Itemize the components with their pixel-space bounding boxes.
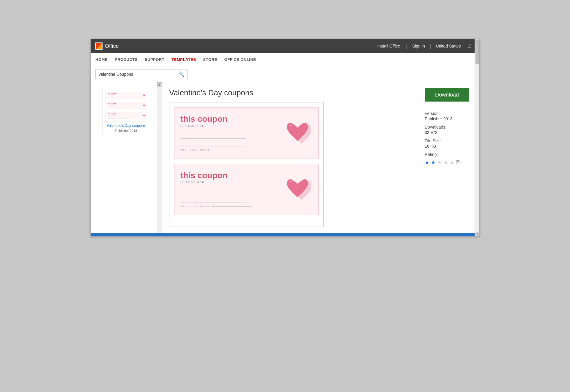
star-4[interactable]: ★ [443,159,448,165]
left-sidebar: this coupon IS GOOD FOR ❤ this coupon [91,82,162,233]
template-thumbnail[interactable]: this coupon IS GOOD FOR ❤ this coupon [103,87,150,135]
coupon-line-1b [180,141,246,146]
page-title: Valentine's Day coupons [169,88,415,97]
nav-home[interactable]: HOME [95,56,108,63]
coupon-line-2a [180,190,246,195]
sidebar-scrollbar: ▲ [157,82,162,233]
coupon-line-1a [180,133,246,139]
version-label: Version: [425,111,472,116]
star-3[interactable]: ★ [437,159,442,165]
nav-templates[interactable]: TEMPLATES [171,56,196,63]
coupon-heart-container-2 [283,178,312,201]
region-button[interactable]: United States [432,41,464,51]
coupon-card-1: this coupon IS GOOD FOR WITH LOVE FROM [174,107,319,159]
office-logo-icon-inner [96,43,102,49]
downloads-value: 32,972 [425,130,472,135]
nav-office-online[interactable]: OFFICE ONLINE [224,56,256,63]
filesize-label: File Size: [425,138,472,143]
coupon-line-2b [180,197,246,203]
thumb-heart-3: ❤ [143,114,145,117]
header-divider: | [406,43,407,49]
coupon-title-2: this coupon [180,171,283,180]
install-office-button[interactable]: Install Office [373,41,405,51]
coupon-lines-1 [180,133,283,146]
thumb-heart-2: ❤ [143,104,145,107]
search-input[interactable] [96,70,175,78]
coupon-heart-container-1 [283,121,312,145]
main-content: Valentine's Day coupons this coupon IS G… [169,88,415,227]
download-button[interactable]: Download [425,88,469,102]
template-name: Valentine's Day coupons [105,124,147,128]
heart-svg-2 [284,178,311,201]
bottom-bar [91,233,479,236]
rating-label: Rating: [425,152,472,157]
star-5[interactable]: ★ [450,159,454,165]
coupon-lines-2 [180,190,283,203]
scroll-track [475,44,479,232]
template-app: Publisher 2013 [105,129,147,132]
office-logo-icon [95,42,103,50]
star-2[interactable]: ★ [431,159,436,165]
content-area: this coupon IS GOOD FOR ❤ this coupon [91,82,479,233]
smiley-button[interactable]: ☺ [464,41,475,52]
version-value: Publisher 2013 [425,116,472,121]
nav-products[interactable]: PRODUCTS [115,56,138,63]
nav-support[interactable]: SUPPORT [145,56,164,63]
coupon-card-2: this coupon IS GOOD FOR WITH LOVE FROM [174,164,319,215]
search-bar: 🔍 [91,66,479,82]
filesize-value: 16 KB [425,144,472,148]
thumb-coupon-text-1: this coupon IS GOOD FOR [108,93,126,98]
window-scrollbar: ▲ ▼ [475,39,479,236]
search-input-wrapper: 🔍 [95,69,188,79]
star-1[interactable]: ★ [425,159,429,165]
sign-in-button[interactable]: Sign in [409,41,429,51]
with-love-line-1 [211,150,252,150]
info-panel: Download Version: Publisher 2013 Downloa… [425,88,472,166]
rating-count: (9) [456,159,461,164]
thumb-row-2: this coupon IS GOOD FOR ❤ [107,102,147,109]
coupon-subtitle-2: IS GOOD FOR [180,181,283,184]
header-divider2: | [430,43,431,49]
header-right: Install Office | Sign in | United States… [373,41,475,52]
browser-chrome-top [0,0,570,39]
content-row: Valentine's Day coupons this coupon IS G… [162,82,479,233]
nav-store[interactable]: STORE [203,56,217,63]
browser-chrome-bottom [0,237,570,281]
coupon-subtitle-1: IS GOOD FOR [180,124,283,127]
coupon-title-1: this coupon [180,115,283,124]
with-love-from-2: WITH LOVE FROM [180,205,283,208]
scroll-thumb[interactable] [475,40,479,64]
outer-wrapper: Office Install Office | Sign in | United… [0,0,570,392]
office-logo: Office [95,42,119,50]
thumb-row-3: this coupon IS GOOD FOR ❤ [107,112,147,119]
rating-stars: ★ ★ ★ ★ ★ [425,159,454,166]
thumb-heart-1: ❤ [143,94,145,97]
coupon-left-1: this coupon IS GOOD FOR WITH LOVE FROM [180,115,283,151]
sidebar-scroll-up-arrow[interactable]: ▲ [157,82,162,87]
with-love-line-2 [211,206,252,207]
rating-row: ★ ★ ★ ★ ★ (9) [425,158,472,166]
with-love-from-1: WITH LOVE FROM [180,149,283,151]
nav-bar: HOME PRODUCTS SUPPORT TEMPLATES STORE OF… [91,53,479,66]
thumb-row-1: this coupon IS GOOD FOR ❤ [107,92,147,99]
coupon-left-2: this coupon IS GOOD FOR WITH LOVE FROM [180,171,283,208]
header-bar: Office Install Office | Sign in | United… [91,39,479,53]
heart-svg-1 [284,121,311,145]
office-label: Office [105,43,119,49]
downloads-label: Downloads: [425,125,472,129]
preview-area: this coupon IS GOOD FOR WITH LOVE FROM [169,102,324,227]
thumbnail-preview: this coupon IS GOOD FOR ❤ this coupon [105,90,148,122]
browser-window: Office Install Office | Sign in | United… [90,39,480,237]
search-button[interactable]: 🔍 [175,69,187,79]
scroll-down-arrow[interactable]: ▼ [475,232,480,236]
